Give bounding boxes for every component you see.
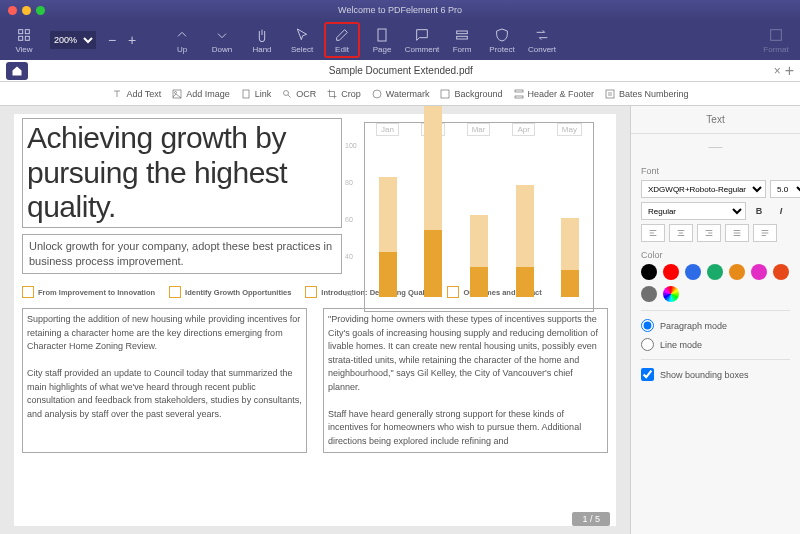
bold-button[interactable]: B [750, 202, 768, 220]
zoom-out-button[interactable]: − [104, 32, 120, 48]
chart-month-label: Mar [467, 123, 491, 136]
svg-rect-10 [243, 90, 249, 98]
svg-rect-15 [515, 96, 523, 98]
svg-point-9 [175, 91, 177, 93]
page-down-tool[interactable]: Down [204, 22, 240, 58]
page-chart[interactable]: JanFebMarAprMay 10080604020 [364, 122, 594, 312]
align-left-button[interactable] [641, 224, 665, 242]
align-other-button[interactable] [753, 224, 777, 242]
svg-rect-3 [25, 36, 29, 40]
form-tool[interactable]: Form [444, 22, 480, 58]
page-tool[interactable]: Page [364, 22, 400, 58]
svg-point-11 [284, 90, 289, 95]
window-title: Welcome to PDFelement 6 Pro [338, 5, 462, 15]
color-swatch[interactable] [641, 286, 657, 302]
background-button[interactable]: Background [439, 88, 502, 100]
show-bounding-boxes-checkbox[interactable]: Show bounding boxes [641, 368, 790, 381]
format-tool[interactable]: Format [758, 22, 794, 58]
svg-rect-1 [25, 29, 29, 33]
svg-rect-6 [457, 36, 468, 39]
section-tag[interactable]: Identify Growth Opportunities [169, 286, 291, 298]
link-button[interactable]: Link [240, 88, 272, 100]
color-swatch[interactable] [707, 264, 723, 280]
align-right-button[interactable] [697, 224, 721, 242]
svg-rect-16 [606, 90, 614, 98]
section-tag[interactable]: From Improvement to Innovation [22, 286, 155, 298]
svg-rect-13 [441, 90, 449, 98]
page-indicator: 1 / 5 [572, 512, 610, 526]
window-titlebar: Welcome to PDFelement 6 Pro [0, 0, 800, 20]
document-tab[interactable]: Sample Document Extended.pdf [28, 65, 774, 76]
minimize-window-button[interactable] [22, 6, 31, 15]
color-swatch[interactable] [729, 264, 745, 280]
svg-rect-4 [378, 29, 386, 41]
document-tabbar: Sample Document Extended.pdf × + [0, 60, 800, 82]
color-swatch[interactable] [773, 264, 789, 280]
color-swatch[interactable] [641, 264, 657, 280]
chart-month-label: Jan [376, 123, 399, 136]
convert-tool[interactable]: Convert [524, 22, 560, 58]
close-tab-button[interactable]: × [774, 64, 781, 78]
maximize-window-button[interactable] [36, 6, 45, 15]
hand-tool[interactable]: Hand [244, 22, 280, 58]
svg-rect-0 [19, 29, 23, 33]
traffic-lights [8, 6, 45, 15]
protect-tool[interactable]: Protect [484, 22, 520, 58]
ocr-button[interactable]: OCR [281, 88, 316, 100]
edit-tool[interactable]: Edit [324, 22, 360, 58]
svg-rect-2 [19, 36, 23, 40]
color-label: Color [641, 250, 790, 260]
line-mode-radio[interactable]: Line mode [641, 338, 790, 351]
page-subheading[interactable]: Unlock growth for your company, adopt th… [22, 234, 342, 275]
italic-button[interactable]: I [772, 202, 790, 220]
document-canvas[interactable]: Achieving growth by pursuing the highest… [0, 106, 630, 534]
color-swatch[interactable] [685, 264, 701, 280]
page-up-tool[interactable]: Up [164, 22, 200, 58]
bates-numbering-button[interactable]: Bates Numbering [604, 88, 689, 100]
sidebar-title: Text [631, 106, 800, 134]
page-heading[interactable]: Achieving growth by pursuing the highest… [22, 118, 342, 228]
color-swatch[interactable] [663, 264, 679, 280]
chart-bar [516, 185, 534, 298]
tag-icon [22, 286, 34, 298]
comment-tool[interactable]: Comment [404, 22, 440, 58]
chart-bar [470, 215, 488, 298]
svg-point-12 [373, 90, 381, 98]
home-tab[interactable] [6, 62, 28, 80]
pdf-page: Achieving growth by pursuing the highest… [14, 114, 616, 526]
chart-bar [379, 177, 397, 297]
text-column-right[interactable]: "Providing home owners with these types … [323, 308, 608, 453]
header-footer-button[interactable]: Header & Footer [513, 88, 595, 100]
collapse-icon[interactable]: — [631, 134, 800, 158]
chart-bar [561, 218, 579, 298]
add-text-button[interactable]: Add Text [111, 88, 161, 100]
select-tool[interactable]: Select [284, 22, 320, 58]
svg-rect-5 [457, 31, 468, 34]
text-column-left[interactable]: Supporting the addition of new housing w… [22, 308, 307, 453]
chart-month-label: Apr [512, 123, 534, 136]
color-swatch[interactable] [663, 286, 679, 302]
tag-icon [305, 286, 317, 298]
align-center-button[interactable] [669, 224, 693, 242]
main-toolbar: View 200% − + Up Down Hand Select Edit P… [0, 20, 800, 60]
svg-rect-14 [515, 90, 523, 92]
font-size-select[interactable]: 5.0 [770, 180, 800, 198]
paragraph-mode-radio[interactable]: Paragraph mode [641, 319, 790, 332]
zoom-in-button[interactable]: + [124, 32, 140, 48]
font-family-select[interactable]: XDGWQR+Roboto-Regular [641, 180, 766, 198]
align-justify-button[interactable] [725, 224, 749, 242]
zoom-select[interactable]: 200% [50, 31, 96, 49]
view-tool[interactable]: View [6, 22, 42, 58]
tag-icon [169, 286, 181, 298]
font-weight-select[interactable]: Regular [641, 202, 746, 220]
edit-subtoolbar: Add Text Add Image Link OCR Crop Waterma… [0, 82, 800, 106]
close-window-button[interactable] [8, 6, 17, 15]
svg-rect-7 [771, 29, 782, 40]
add-tab-button[interactable]: + [785, 62, 794, 80]
color-swatches [641, 264, 790, 302]
color-swatch[interactable] [751, 264, 767, 280]
crop-button[interactable]: Crop [326, 88, 361, 100]
add-image-button[interactable]: Add Image [171, 88, 230, 100]
chart-bar [424, 106, 442, 297]
watermark-button[interactable]: Watermark [371, 88, 430, 100]
